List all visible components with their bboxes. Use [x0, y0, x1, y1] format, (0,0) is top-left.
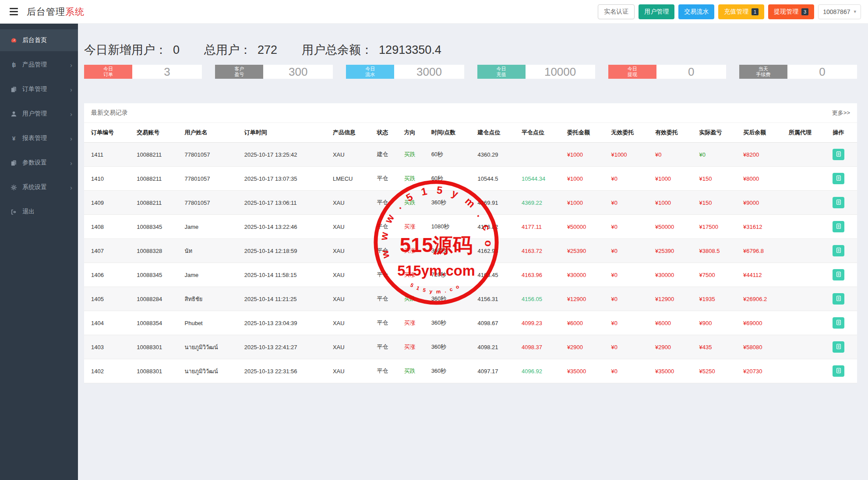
header-button-充值管理[interactable]: 充值管理1	[718, 4, 764, 19]
row-detail-button[interactable]	[833, 341, 844, 353]
sidebar-item-用户管理[interactable]: 用户管理›	[0, 103, 78, 125]
row-detail-button[interactable]	[833, 245, 844, 256]
cell-open-price: 4098.67	[474, 311, 519, 335]
panel-title: 最新交易记录	[91, 109, 128, 117]
list-icon	[836, 343, 842, 351]
row-detail-button[interactable]	[833, 221, 844, 232]
sidebar-item-后台首页[interactable]: 后台首页	[0, 29, 78, 51]
cell-direction: 买涨	[401, 263, 428, 287]
stat-boxes: 今日订单3客户盈亏300今日流水3000今日充值10000今日提现0当天手续费0	[84, 65, 857, 79]
cell-actual-profit: ¥0	[695, 143, 740, 167]
table-row: 140310088301นายภูมิวิวัฒน์2025-10-13 22:…	[84, 335, 857, 359]
cell-duration: 720秒	[428, 263, 474, 287]
cell-after-balance: ¥8200	[740, 143, 785, 167]
more-link[interactable]: 更多>>	[832, 109, 850, 117]
cell-action	[829, 263, 857, 287]
cell-trade-account: 10088284	[133, 287, 181, 311]
list-icon	[836, 368, 842, 375]
cell-user-name: สิทธิชัย	[181, 287, 241, 311]
cell-open-price: 4176.82	[474, 215, 519, 239]
header-button-label: 实名认证	[604, 8, 628, 16]
cell-actual-profit: ¥1935	[695, 287, 740, 311]
column-header-平仓点位: 平仓点位	[518, 123, 564, 143]
cell-close-price	[518, 143, 564, 167]
header-button-实名认证[interactable]: 实名认证	[598, 4, 635, 19]
cell-order-id: 1410	[84, 167, 133, 191]
cell-order-id: 1405	[84, 287, 133, 311]
sidebar-item-退出[interactable]: 退出	[0, 201, 78, 223]
cell-invalid-entrust: ¥0	[607, 335, 652, 359]
cell-after-balance: ¥8000	[740, 167, 785, 191]
svg-text:¥: ¥	[12, 135, 15, 142]
cell-order-id: 1408	[84, 215, 133, 239]
table-row: 140710088328นัท2025-10-14 12:18:59XAU平仓买…	[84, 239, 857, 263]
list-icon	[836, 319, 842, 327]
cell-action	[829, 143, 857, 167]
cell-order-id: 1409	[84, 191, 133, 215]
sidebar-item-参数设置[interactable]: 参数设置›	[0, 152, 78, 174]
sidebar-item-订单管理[interactable]: 订单管理›	[0, 78, 78, 100]
cell-after-balance: ¥31612	[740, 215, 785, 239]
row-detail-button[interactable]	[833, 197, 844, 208]
row-detail-button[interactable]	[833, 269, 844, 280]
cell-open-price: 10544.5	[474, 167, 519, 191]
sidebar-item-label: 用户管理	[22, 110, 47, 118]
sidebar-item-label: 退出	[22, 208, 35, 216]
cell-entrust-amount: ¥1000	[564, 167, 608, 191]
cell-product-info: XAU	[329, 287, 374, 311]
cell-trade-account: 10088211	[133, 167, 181, 191]
sidebar: 后台首页B产品管理›订单管理›用户管理›¥报表管理›参数设置›系统设置›退出	[0, 24, 78, 480]
row-detail-button[interactable]	[833, 173, 844, 184]
row-detail-button[interactable]	[833, 317, 844, 329]
cell-valid-entrust: ¥12900	[652, 287, 696, 311]
cell-entrust-amount: ¥1000	[564, 143, 608, 167]
cell-status: 平仓	[373, 191, 400, 215]
header-button-用户管理[interactable]: 用户管理	[639, 4, 674, 19]
cell-invalid-entrust: ¥0	[607, 191, 652, 215]
row-detail-button[interactable]	[833, 293, 844, 305]
stat-box-label-line1: 客户	[234, 66, 244, 72]
stat-box-今日流水: 今日流水3000	[346, 65, 464, 79]
cell-invalid-entrust: ¥0	[607, 239, 652, 263]
header-button-交易流水[interactable]: 交易流水	[678, 4, 714, 19]
cell-entrust-amount: ¥30000	[564, 263, 608, 287]
cell-action	[829, 311, 857, 335]
stat-box-value: 3	[132, 65, 202, 79]
dashboard-icon	[10, 37, 18, 44]
row-detail-button[interactable]	[833, 149, 844, 160]
header-button-label: 充值管理	[724, 8, 748, 16]
headline-stat-label: 今日新增用户：	[84, 42, 167, 58]
cell-user-name: นายภูมิวิวัฒน์	[181, 335, 241, 359]
cell-duration: 360秒	[428, 359, 474, 383]
menu-toggle-icon[interactable]	[8, 6, 20, 17]
cell-product-info: XAU	[329, 143, 374, 167]
cell-entrust-amount: ¥12900	[564, 287, 608, 311]
cell-user-name: 77801057	[181, 167, 241, 191]
cell-actual-profit: ¥150	[695, 167, 740, 191]
sidebar-item-系统设置[interactable]: 系统设置›	[0, 176, 78, 198]
cell-order-time: 2025-10-13 22:41:27	[241, 335, 329, 359]
sidebar-item-产品管理[interactable]: B产品管理›	[0, 54, 78, 76]
cell-after-balance: ¥6796.8	[740, 239, 785, 263]
header-button-提现管理[interactable]: 提现管理3	[768, 4, 814, 19]
account-dropdown[interactable]: 10087867 ▾	[818, 4, 861, 19]
cell-after-balance: ¥58080	[740, 335, 785, 359]
column-header-所属代理: 所属代理	[785, 123, 829, 143]
sidebar-item-报表管理[interactable]: ¥报表管理›	[0, 127, 78, 149]
cell-after-balance: ¥9000	[740, 191, 785, 215]
cell-invalid-entrust: ¥0	[607, 287, 652, 311]
table-row: 141110088211778010572025-10-17 13:25:42X…	[84, 143, 857, 167]
table-row: 140510088284สิทธิชัย2025-10-14 11:21:25X…	[84, 287, 857, 311]
stat-box-label-line2: 提现	[628, 72, 637, 77]
cell-valid-entrust: ¥25390	[652, 239, 696, 263]
cell-invalid-entrust: ¥1000	[607, 143, 652, 167]
cell-actual-profit: ¥5250	[695, 359, 740, 383]
chevron-right-icon: ›	[70, 110, 72, 118]
table-row: 140810088345Jame2025-10-14 13:22:46XAU平仓…	[84, 215, 857, 239]
list-icon	[836, 247, 842, 255]
column-header-建仓点位: 建仓点位	[474, 123, 519, 143]
column-header-操作: 操作	[829, 123, 857, 143]
column-header-无效委托: 无效委托	[607, 123, 652, 143]
cell-agent	[785, 191, 829, 215]
row-detail-button[interactable]	[833, 365, 844, 377]
